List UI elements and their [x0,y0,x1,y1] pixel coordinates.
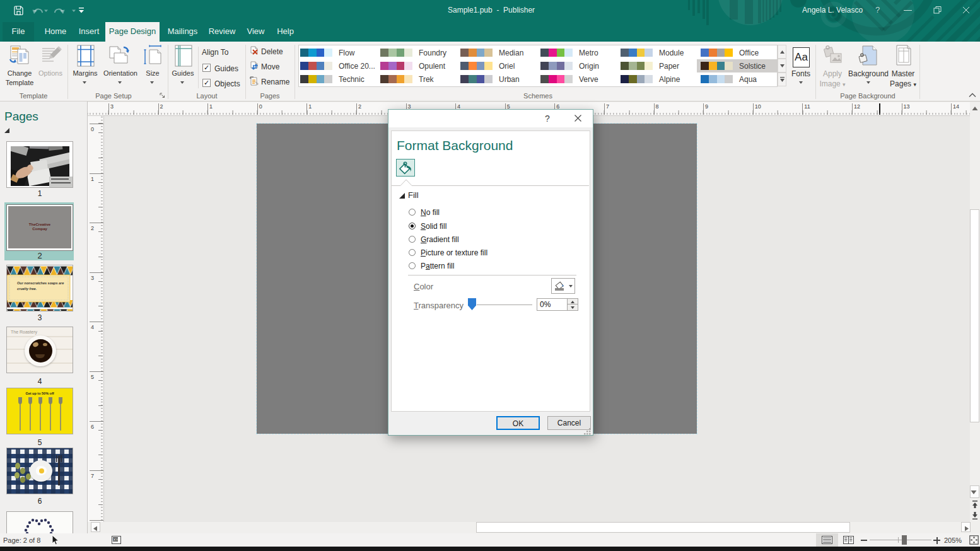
svg-text:Our nonscratches soaps are: Our nonscratches soaps are [17,281,64,285]
svg-text:XY: XY [114,538,119,542]
svg-text:cruelty free.: cruelty free. [17,287,37,291]
